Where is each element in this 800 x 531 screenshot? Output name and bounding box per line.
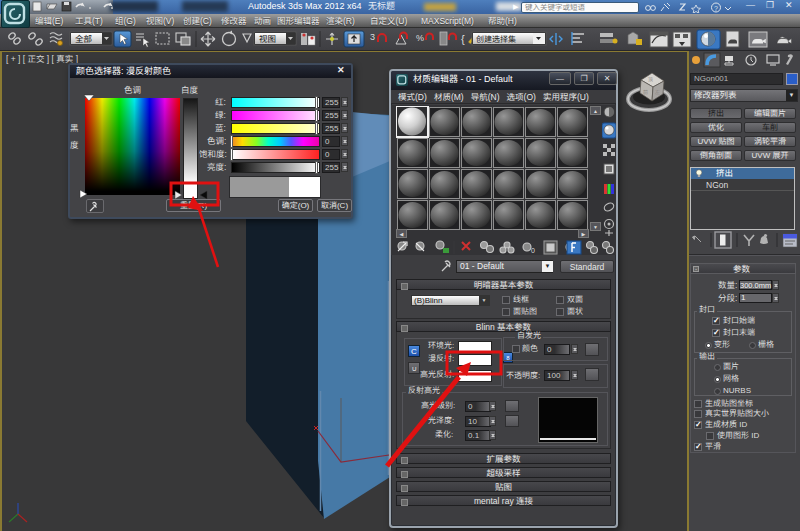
svg-text:0: 0: [531, 247, 535, 254]
svg-text:前: 前: [643, 89, 648, 95]
svg-text:创建选择集: 创建选择集: [476, 35, 516, 44]
svg-text:{: {: [461, 33, 465, 45]
svg-text:顶: 顶: [648, 76, 653, 82]
svg-text:视图: 视图: [259, 34, 276, 44]
svg-text:3: 3: [370, 32, 375, 42]
svg-text:左: 左: [655, 89, 660, 95]
svg-text:全部: 全部: [75, 34, 93, 44]
svg-text:%: %: [416, 33, 424, 43]
svg-text:?: ?: [714, 5, 718, 12]
